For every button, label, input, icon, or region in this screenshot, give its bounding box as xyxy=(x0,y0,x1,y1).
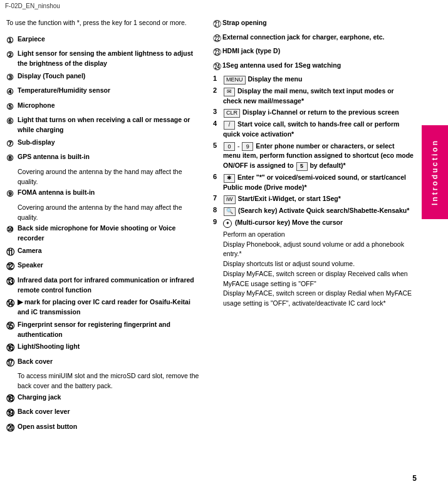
right-num-item: 1MENU Display the menu xyxy=(213,75,414,85)
multi-sub-item: Perform an operation xyxy=(223,230,414,240)
item-circle-num: ⑨ xyxy=(6,188,16,200)
item-circle-num: ⑦ xyxy=(6,138,16,150)
right-top-label: External connection jack for charger, ea… xyxy=(222,33,385,43)
left-list-item: ⑤Microphone xyxy=(6,101,201,113)
header-title: F-02D_EN_ninshou xyxy=(0,0,448,12)
left-list-item: ⑲Back cover lever xyxy=(6,407,201,420)
right-column: ㉑Strap opening㉒External connection jack … xyxy=(207,18,448,482)
item-circle-num: ③ xyxy=(6,71,16,84)
left-list-item: ⑦Sub-display xyxy=(6,138,201,150)
right-num-content: ✉ Display the mail menu, switch text inp… xyxy=(223,86,414,106)
item-circle-num: ⑰ xyxy=(6,357,16,369)
left-list-item: ⑥Light that turns on when receiving a ca… xyxy=(6,115,201,135)
left-list-item: ⑱Charging jack xyxy=(6,393,201,405)
left-list-item: ⑳Open assist button xyxy=(6,422,201,435)
multi-sub-item: Display Phonebook, adjust sound volume o… xyxy=(223,240,414,260)
right-num-content: / Start voice call, switch to hands-free… xyxy=(223,120,414,140)
left-list-item: ⑮Fingerprint sensor for registering fing… xyxy=(6,320,201,340)
item-circle-num: ⑧ xyxy=(6,152,16,165)
item-label: Open assist button xyxy=(18,422,77,432)
header: F-02D_EN_ninshou xyxy=(0,0,448,12)
right-num-item: 7iW Start/Exit i-Widget, or start 1Seg* xyxy=(213,194,414,204)
left-list-item: ⑧GPS antenna is built-in xyxy=(6,152,201,165)
left-list-item: ⑪Camera xyxy=(6,246,201,259)
right-top-label: Strap opening xyxy=(222,18,267,28)
right-top-circle: ㉔ xyxy=(213,61,221,73)
right-num-item: 50 - 9 Enter phone number or characters,… xyxy=(213,142,414,171)
item-label: Microphone xyxy=(18,101,55,111)
right-num-circle: 1 xyxy=(213,75,222,82)
right-top-item: ㉓HDMI jack (type D) xyxy=(213,46,414,59)
item-label: Sub-display xyxy=(18,138,55,148)
right-num-circle: 8 xyxy=(213,206,222,214)
right-numbered-items: 1MENU Display the menu2✉ Display the mai… xyxy=(213,75,414,309)
left-list-item: ⑯Light/Shooting light xyxy=(6,342,201,354)
item-label: Back side microphone for Movie shooting … xyxy=(18,224,201,244)
item-sub-text: Covering around the antenna by the hand … xyxy=(18,167,201,187)
item-label: Infrared data port for infrared communic… xyxy=(18,275,201,296)
item-label: Back cover xyxy=(18,357,53,367)
right-num-circle: 6 xyxy=(213,173,222,180)
right-num-circle: 5 xyxy=(213,142,222,149)
right-top-circle: ㉒ xyxy=(213,33,221,45)
page-number: 5 xyxy=(412,474,417,483)
right-num-item: 3CLR Display i-Channel or return to the … xyxy=(213,108,414,118)
item-circle-num: ① xyxy=(6,34,16,47)
item-label: Light that turns on when receiving a cal… xyxy=(18,115,201,135)
item-label: Display (Touch panel) xyxy=(18,71,85,81)
item-circle-num: ⑱ xyxy=(6,393,16,405)
menu-key-icon: MENU xyxy=(224,76,246,85)
right-num-content: ✱ Enter "*" or voiced/semi-voiced sound,… xyxy=(223,173,414,193)
right-num-circle: 3 xyxy=(213,108,222,115)
item-label: Temperature/Humidity sensor xyxy=(18,86,110,96)
item-circle-num: ⑪ xyxy=(6,246,16,259)
item-circle-num: ⑮ xyxy=(6,320,16,332)
iw-key-icon: iW xyxy=(224,195,236,204)
call-key-icon: / xyxy=(224,121,235,130)
right-num-content: CLR Display i-Channel or return to the p… xyxy=(223,108,399,118)
sidebar: Introduction xyxy=(422,125,448,219)
right-num-circle: 4 xyxy=(213,120,222,127)
right-top-circle: ㉓ xyxy=(213,46,221,59)
right-num-item: 2✉ Display the mail menu, switch text in… xyxy=(213,86,414,106)
item-label: Light sensor for sensing the ambient lig… xyxy=(18,49,201,69)
right-num-item: 8🔍 (Search key) Activate Quick search/Sh… xyxy=(213,206,414,216)
right-num-item: 4/ Start voice call, switch to hands-fre… xyxy=(213,120,414,140)
intro-text: To use the function with *, press the ke… xyxy=(6,18,201,28)
left-list-item: ②Light sensor for sensing the ambient li… xyxy=(6,49,201,69)
item-label: Back cover lever xyxy=(18,407,70,417)
left-items-list: ①Earpiece②Light sensor for sensing the a… xyxy=(6,34,201,435)
left-list-item: ⑩Back side microphone for Movie shooting… xyxy=(6,224,201,244)
right-top-items: ㉑Strap opening㉒External connection jack … xyxy=(213,18,414,73)
right-num-content: MENU Display the menu xyxy=(223,75,302,85)
right-top-label: 1Seg antenna used for 1Seg watching xyxy=(222,61,341,71)
mail-key-icon: ✉ xyxy=(224,88,235,96)
item-circle-num: ⑫ xyxy=(6,260,16,273)
left-list-item: ⑬Infrared data port for infrared communi… xyxy=(6,275,201,296)
right-top-circle: ㉑ xyxy=(213,18,221,31)
item-circle-num: ⑭ xyxy=(6,297,16,310)
left-list-item: ④Temperature/Humidity sensor xyxy=(6,86,201,98)
item-label: Speaker xyxy=(18,260,43,270)
num9-key-icon: 9 xyxy=(242,142,253,151)
item-label: GPS antenna is built-in xyxy=(18,152,90,162)
item-label: Light/Shooting light xyxy=(18,342,80,352)
left-list-item: ⑫Speaker xyxy=(6,260,201,273)
item-circle-num: ⑬ xyxy=(6,275,16,288)
item-label: Fingerprint sensor for registering finge… xyxy=(18,320,201,340)
num5-key-icon: 5 xyxy=(296,162,308,171)
item-circle-num: ⑩ xyxy=(6,224,16,236)
item-label: Charging jack xyxy=(18,393,61,403)
multi-key-icon: ✦ xyxy=(223,219,232,228)
left-column: To use the function with *, press the ke… xyxy=(6,18,207,482)
left-list-item: ⑰Back cover xyxy=(6,357,201,369)
right-top-label: HDMI jack (type D) xyxy=(222,46,280,56)
item-sub-text: To access miniUIM slot and the microSD c… xyxy=(18,371,201,391)
item-label: FOMA antenna is built-in xyxy=(18,188,95,198)
star-key-icon: ✱ xyxy=(224,174,235,183)
item-circle-num: ⑤ xyxy=(6,101,16,113)
left-list-item: ③Display (Touch panel) xyxy=(6,71,201,84)
right-top-item: ㉔1Seg antenna used for 1Seg watching xyxy=(213,61,414,73)
right-num-content: 0 - 9 Enter phone number or characters, … xyxy=(223,142,414,171)
num-key-icon: 0 xyxy=(224,142,235,151)
